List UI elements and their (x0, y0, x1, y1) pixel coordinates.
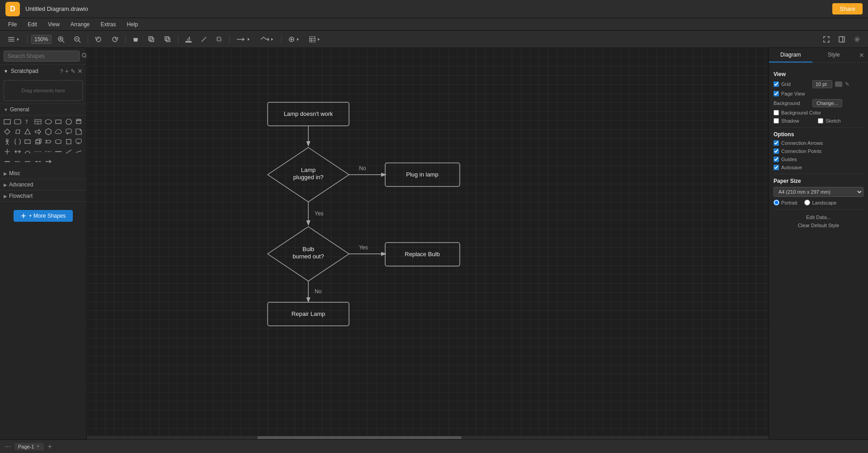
grid-value-input[interactable] (812, 80, 832, 88)
advanced-section-header[interactable]: ▶ Advanced (0, 179, 86, 191)
shape-circle[interactable] (64, 117, 73, 126)
shape-cube[interactable] (33, 137, 42, 146)
shape-speech[interactable] (74, 137, 83, 146)
clear-style-btn[interactable]: Clear Default Style (774, 221, 863, 229)
canvas-scrollbar[interactable] (87, 436, 769, 439)
shape-partial-rect[interactable] (23, 137, 32, 146)
zoom-level[interactable]: 150% (31, 35, 52, 44)
grid-color-swatch[interactable] (835, 81, 842, 87)
general-section-header[interactable]: ▼ General (0, 104, 86, 115)
shape-text[interactable]: T (23, 117, 32, 126)
menu-help[interactable]: Help (123, 20, 143, 29)
shadow-checkbox-label[interactable]: Shadow (774, 118, 810, 124)
shape-arrow-right[interactable] (33, 127, 42, 136)
menu-arrange[interactable]: Arrange (66, 20, 94, 29)
scratchpad-close-btn[interactable]: ✕ (77, 67, 83, 75)
shape-cloud[interactable] (54, 127, 63, 136)
shape-bracket[interactable] (13, 137, 22, 146)
shape-double-arrow[interactable] (13, 147, 22, 156)
misc-section-header[interactable]: ▶ Misc (0, 168, 86, 179)
zoom-in-btn[interactable] (54, 34, 68, 45)
grid-checkbox[interactable] (774, 81, 779, 87)
shape-rounded-rect[interactable] (13, 117, 22, 126)
sketch-checkbox[interactable] (818, 118, 823, 124)
shape-rectangle[interactable] (3, 117, 12, 126)
shape-cylinder[interactable] (74, 117, 83, 126)
shape-solid-line[interactable] (54, 147, 63, 156)
conn-arrows-checkbox[interactable] (774, 140, 779, 146)
search-input[interactable] (4, 51, 80, 62)
conn-points-label[interactable]: Connection Points (774, 148, 821, 154)
panel-toggle-btn[interactable] (835, 34, 848, 44)
edit-data-btn[interactable]: Edit Data... (774, 213, 863, 221)
table-btn[interactable] (306, 34, 324, 44)
grid-edit-btn[interactable]: ✎ (845, 81, 849, 87)
shape-arc[interactable] (23, 147, 32, 156)
undo-btn[interactable] (92, 34, 105, 45)
search-icon-button[interactable] (81, 52, 87, 60)
shape-dashed1[interactable] (33, 147, 42, 156)
shape-step[interactable] (44, 137, 53, 146)
shape-callout[interactable] (64, 127, 73, 136)
more-shapes-button[interactable]: + More Shapes (14, 210, 73, 222)
shape-parallelogram[interactable] (13, 127, 22, 136)
portrait-radio[interactable] (774, 200, 779, 205)
guides-label[interactable]: Guides (774, 157, 810, 162)
canvas-scrollbar-thumb[interactable] (257, 436, 462, 439)
scratchpad-help-btn[interactable]: ? (60, 68, 63, 75)
grid-checkbox-label[interactable]: Grid (774, 81, 810, 87)
page-options-button[interactable]: ⋯ (5, 443, 11, 450)
conn-points-checkbox[interactable] (774, 148, 779, 154)
change-background-btn[interactable]: Change... (812, 99, 842, 107)
shape-connector3[interactable] (23, 157, 32, 166)
page-tab[interactable]: Page-1 (14, 443, 44, 450)
autosave-checkbox[interactable] (774, 165, 779, 170)
landscape-label[interactable]: Landscape (804, 200, 836, 205)
shape-connector2[interactable] (13, 157, 22, 166)
page-view-checkbox[interactable] (774, 91, 779, 96)
tab-style[interactable]: Style (812, 48, 856, 62)
shape-connector1[interactable] (3, 157, 12, 166)
shape-note[interactable] (74, 127, 83, 136)
bg-color-checkbox[interactable] (774, 110, 779, 115)
canvas[interactable]: Lamp doesn't work Lamp plugged in? No Pl… (87, 48, 769, 439)
shape-rect2[interactable] (54, 117, 63, 126)
shadow-checkbox[interactable] (774, 118, 779, 124)
settings-btn[interactable] (851, 34, 863, 44)
sidebar-toggle-btn[interactable] (5, 34, 24, 45)
fullscreen-btn[interactable] (820, 34, 833, 44)
shape-hexagon[interactable] (44, 127, 53, 136)
tab-diagram[interactable]: Diagram (769, 48, 812, 62)
scratchpad-edit-btn[interactable]: ✎ (71, 68, 75, 75)
menu-edit[interactable]: Edit (23, 20, 42, 29)
shape-curved[interactable] (54, 137, 63, 146)
shape-connector4[interactable] (33, 157, 42, 166)
connection-style-btn[interactable] (233, 34, 254, 44)
share-button[interactable]: Share (832, 3, 863, 14)
add-page-button[interactable]: + (47, 443, 52, 451)
shape-triangle[interactable] (23, 127, 32, 136)
line-color-btn[interactable] (198, 34, 210, 44)
shape-arrow-connector[interactable] (44, 157, 53, 166)
autosave-label[interactable]: Autosave (774, 165, 810, 170)
portrait-label[interactable]: Portrait (774, 200, 797, 205)
page-view-checkbox-label[interactable]: Page View (774, 91, 810, 96)
shape-cross[interactable] (3, 147, 12, 156)
shape-ellipse[interactable] (44, 117, 53, 126)
panel-close-btn[interactable]: ✕ (855, 48, 868, 62)
waypoint-btn[interactable] (257, 34, 278, 44)
fill-color-btn[interactable] (182, 34, 195, 44)
shape-square[interactable] (64, 137, 73, 146)
shape-table[interactable] (33, 117, 42, 126)
shape-diamond[interactable] (3, 127, 12, 136)
shape-angled-line[interactable] (64, 147, 73, 156)
redo-btn[interactable] (108, 34, 122, 45)
scratchpad-header[interactable]: ▼ Scratchpad ? + ✎ ✕ (0, 65, 86, 77)
menu-file[interactable]: File (4, 20, 21, 29)
zoom-out-btn[interactable] (71, 34, 84, 45)
shadow-btn[interactable] (213, 34, 226, 44)
menu-extras[interactable]: Extras (96, 20, 121, 29)
bring-front-btn[interactable] (145, 34, 158, 45)
scratchpad-add-btn[interactable]: + (65, 67, 69, 75)
bg-color-checkbox-label[interactable]: Background Color (774, 110, 821, 115)
